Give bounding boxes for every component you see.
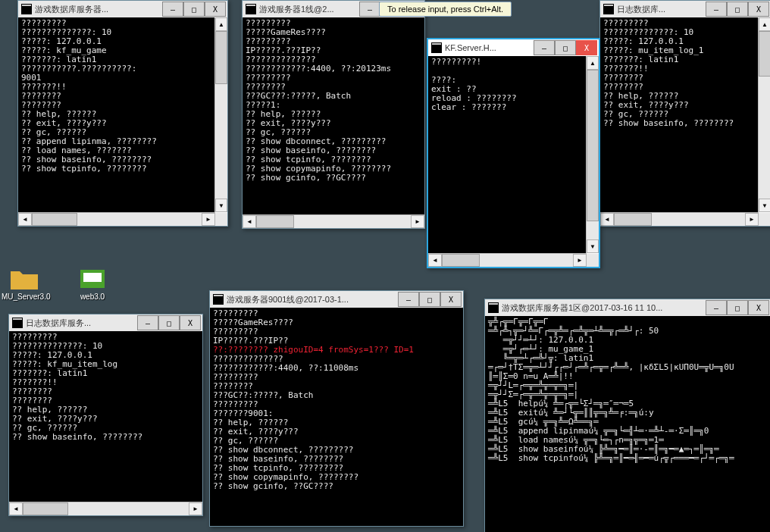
titlebar[interactable]: 游戏服务器9001线@2017-03-1... — □ X bbox=[210, 291, 463, 308]
scroll-track[interactable] bbox=[587, 70, 599, 239]
close-button[interactable]: X bbox=[205, 2, 226, 17]
desktop-icon[interactable]: MU_Server3.0 bbox=[2, 267, 47, 301]
scroll-thumb[interactable] bbox=[23, 502, 68, 515]
window-log-db[interactable]: 日志数据库... — □ X ????????? ??????????????:… bbox=[599, 0, 770, 227]
console-output: ╦╩┌╦═Γ╦═Γ╦═Γ ═╩┌╩┐╦═┘╩═Γ┌═╦╩═┌═╩╦═┴╩═╦┌═… bbox=[485, 316, 770, 532]
release-input-tooltip: To release input, press Ctrl+Alt. bbox=[379, 2, 512, 17]
scroll-thumb[interactable] bbox=[32, 213, 77, 226]
scrollbar-vertical[interactable]: ▲ ▼ bbox=[758, 17, 770, 212]
minimize-button[interactable]: — bbox=[706, 300, 727, 315]
titlebar[interactable]: KF.Server.H... — □ X bbox=[428, 39, 599, 57]
scroll-track[interactable] bbox=[23, 502, 189, 515]
app-icon bbox=[77, 267, 108, 291]
scroll-left-button[interactable]: ◄ bbox=[428, 254, 442, 267]
scroll-up-button[interactable]: ▲ bbox=[587, 56, 599, 70]
scroll-right-button[interactable]: ► bbox=[745, 213, 759, 226]
maximize-button[interactable]: □ bbox=[419, 292, 440, 307]
svg-rect-7 bbox=[604, 5, 613, 6]
scroll-left-button[interactable]: ◄ bbox=[243, 215, 256, 228]
window-game-server-9001[interactable]: 游戏服务器9001线@2017-03-1... — □ X ????????? … bbox=[209, 290, 464, 527]
window-title: 日志数据库服务... bbox=[26, 318, 137, 329]
minimize-button[interactable]: — bbox=[162, 2, 183, 17]
scroll-track[interactable] bbox=[614, 213, 745, 226]
minimize-button[interactable]: — bbox=[398, 292, 419, 307]
scroll-right-button[interactable]: ► bbox=[189, 502, 202, 515]
scroll-left-button[interactable]: ◄ bbox=[9, 502, 23, 515]
svg-rect-5 bbox=[246, 5, 255, 6]
scroll-thumb[interactable] bbox=[614, 213, 652, 226]
scrollbar-horizontal[interactable]: ◄ ► bbox=[243, 214, 424, 228]
minimize-button[interactable]: — bbox=[137, 315, 158, 330]
close-button[interactable]: X bbox=[440, 292, 462, 307]
console-icon bbox=[246, 4, 256, 14]
scrollbar-horizontal[interactable]: ◄ ► bbox=[18, 212, 215, 226]
scroll-thumb[interactable] bbox=[442, 254, 480, 267]
titlebar[interactable]: 游戏数据库服务器... — □ X bbox=[18, 1, 227, 18]
scroll-thumb[interactable] bbox=[759, 31, 770, 77]
console-icon bbox=[12, 318, 23, 328]
maximize-button[interactable]: □ bbox=[158, 315, 180, 330]
window-title: 游戏数据库服务器1区@2017-03-16 11 10... bbox=[502, 302, 706, 314]
desktop-icon-label: MU_Server3.0 bbox=[2, 293, 47, 301]
close-button[interactable]: X bbox=[748, 2, 769, 17]
svg-rect-13 bbox=[214, 295, 223, 296]
svg-rect-3 bbox=[22, 5, 31, 6]
close-button[interactable]: X bbox=[576, 40, 597, 55]
scroll-track[interactable] bbox=[256, 215, 411, 228]
scroll-up-button[interactable]: ▲ bbox=[759, 17, 770, 31]
window-title: 游戏数据库服务器... bbox=[35, 4, 162, 15]
scrollbar-vertical[interactable]: ▲ ▼ bbox=[586, 56, 599, 253]
scroll-down-button[interactable]: ▼ bbox=[215, 199, 227, 212]
scrollbar-corner bbox=[587, 254, 599, 267]
scroll-right-button[interactable]: ► bbox=[411, 215, 424, 228]
maximize-button[interactable]: □ bbox=[555, 40, 576, 55]
scrollbar-horizontal[interactable]: ◄ ► bbox=[428, 253, 587, 267]
console-output: ????????? ??????????????: 10 ?????: 127.… bbox=[18, 17, 215, 213]
maximize-button[interactable]: □ bbox=[183, 2, 205, 17]
window-game-server-1[interactable]: 游戏服务器1线@2... — □ X ????????? ?????GameRe… bbox=[242, 0, 425, 229]
minimize-button[interactable]: — bbox=[706, 2, 727, 17]
close-button[interactable]: X bbox=[748, 300, 769, 315]
scroll-right-button[interactable]: ► bbox=[202, 213, 215, 226]
titlebar[interactable]: 日志数据库... — □ X bbox=[600, 1, 770, 18]
maximize-button[interactable]: □ bbox=[727, 2, 748, 17]
window-game-db-server-zone1[interactable]: 游戏数据库服务器1区@2017-03-16 11 10... — □ X ╦╩┌… bbox=[484, 299, 770, 532]
scroll-thumb[interactable] bbox=[215, 31, 227, 84]
scroll-thumb[interactable] bbox=[587, 70, 599, 221]
desktop-icon[interactable]: web3.0 bbox=[70, 267, 115, 301]
console-output: ?????????! ????: exit : ?? reload : ????… bbox=[428, 56, 587, 254]
svg-rect-11 bbox=[13, 318, 22, 320]
maximize-button[interactable]: □ bbox=[727, 300, 748, 315]
console-icon bbox=[488, 302, 499, 313]
scroll-track[interactable] bbox=[32, 213, 202, 226]
scroll-up-button[interactable]: ▲ bbox=[215, 17, 227, 31]
scroll-down-button[interactable]: ▼ bbox=[759, 199, 770, 212]
titlebar[interactable]: 游戏数据库服务器1区@2017-03-16 11 10... — □ X bbox=[485, 299, 770, 317]
window-log-db-server[interactable]: 日志数据库服务... — □ X ????????? ?????????????… bbox=[8, 314, 203, 516]
scroll-left-button[interactable]: ◄ bbox=[18, 213, 32, 226]
window-kf-server[interactable]: KF.Server.H... — □ X ?????????! ????: ex… bbox=[427, 38, 600, 268]
titlebar[interactable]: 日志数据库服务... — □ X bbox=[9, 315, 202, 332]
console-output: ????????? ?????GameRes???? ????????? IP?… bbox=[210, 308, 463, 526]
scrollbar-horizontal[interactable]: ◄ ► bbox=[9, 502, 202, 515]
window-title: 游戏服务器1线@2... bbox=[259, 4, 359, 15]
scroll-track[interactable] bbox=[215, 31, 227, 199]
scroll-track[interactable] bbox=[442, 254, 573, 267]
scroll-left-button[interactable]: ◄ bbox=[600, 213, 614, 226]
scroll-track[interactable] bbox=[759, 31, 770, 199]
folder-icon bbox=[9, 267, 39, 291]
minimize-button[interactable]: — bbox=[359, 2, 380, 17]
scroll-thumb[interactable] bbox=[256, 215, 294, 228]
close-button[interactable]: X bbox=[180, 315, 201, 330]
scrollbar-vertical[interactable]: ▲ ▼ bbox=[214, 17, 227, 212]
scrollbar-corner bbox=[759, 213, 770, 226]
desktop: MU_Server3.0 web3.0 To release input, pr… bbox=[0, 0, 770, 532]
scrollbar-horizontal[interactable]: ◄ ► bbox=[600, 212, 759, 226]
minimize-button[interactable]: — bbox=[534, 40, 555, 55]
window-game-db-server[interactable]: 游戏数据库服务器... — □ X ????????? ????????????… bbox=[17, 0, 228, 227]
scroll-right-button[interactable]: ► bbox=[573, 254, 587, 267]
console-output: ????????? ??????????????: 10 ?????: 127.… bbox=[9, 331, 202, 502]
console-icon bbox=[431, 42, 442, 53]
scroll-down-button[interactable]: ▼ bbox=[587, 239, 599, 253]
svg-rect-9 bbox=[432, 43, 441, 45]
